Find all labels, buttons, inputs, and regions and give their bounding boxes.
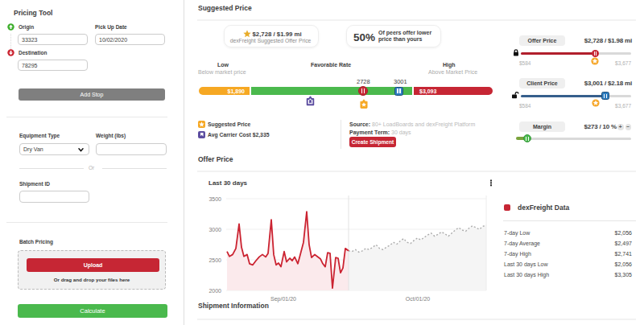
- svg-text:3500: 3500: [208, 196, 221, 202]
- svg-text:Oct/01/20: Oct/01/20: [406, 296, 430, 302]
- svg-text:Sep/01/20: Sep/01/20: [270, 296, 296, 302]
- svg-text:2000: 2000: [208, 288, 221, 294]
- svg-text:3000: 3000: [208, 227, 221, 232]
- svg-text:2500: 2500: [208, 257, 221, 263]
